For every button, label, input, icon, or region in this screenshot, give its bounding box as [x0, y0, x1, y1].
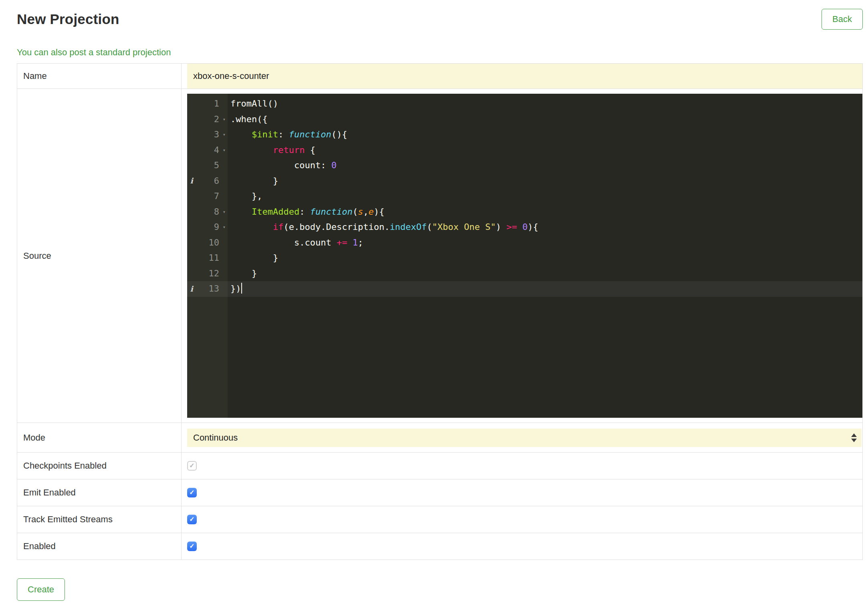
editor-line[interactable]: 9▾ if(e.body.Description.indexOf("Xbox O… — [187, 219, 862, 235]
toggle-row: Checkpoints Enabled✓ — [17, 453, 863, 479]
mode-select[interactable]: Continuous — [187, 429, 862, 447]
gutter-cell: i6 — [187, 173, 228, 189]
check-icon: ✓ — [189, 516, 194, 523]
code-line: fromAll() — [228, 96, 862, 112]
editor-lines: 1fromAll()2▾.when({3▾ $init: function(){… — [187, 94, 862, 297]
checkbox-track-emitted-streams[interactable]: ✓ — [187, 515, 197, 524]
gutter-cell: i13 — [187, 281, 228, 297]
projection-form-table: Name Source 1fromAll()2▾.when({3▾ $init:… — [17, 63, 863, 560]
mode-select-value: Continuous — [193, 433, 238, 443]
toggle-value-cell: ✓ — [182, 453, 863, 479]
code-line: }, — [228, 189, 862, 204]
checkbox-enabled[interactable]: ✓ — [187, 542, 197, 551]
gutter-cell: 3▾ — [187, 127, 228, 143]
toggle-row: Emit Enabled✓ — [17, 479, 863, 506]
fold-arrow-icon[interactable]: ▾ — [219, 204, 226, 220]
code-line: s.count += 1; — [228, 235, 862, 251]
code-line: ItemAdded: function(s,e){ — [228, 204, 862, 220]
name-value-cell — [182, 64, 863, 89]
editor-line[interactable]: i13}) — [187, 281, 862, 297]
toggle-label: Checkpoints Enabled — [17, 453, 182, 479]
source-code-editor[interactable]: 1fromAll()2▾.when({3▾ $init: function(){… — [187, 94, 862, 418]
line-number: 12 — [196, 266, 219, 282]
editor-line[interactable]: 7 }, — [187, 189, 862, 204]
annotation-info-icon: i — [187, 177, 196, 185]
editor-line[interactable]: i6 } — [187, 173, 862, 189]
toggle-value-cell: ✓ — [182, 533, 863, 560]
editor-line[interactable]: 10 s.count += 1; — [187, 235, 862, 251]
gutter-cell: 1 — [187, 96, 228, 112]
line-number: 10 — [196, 235, 219, 251]
line-number: 7 — [196, 189, 219, 204]
toggle-rows: Checkpoints Enabled✓Emit Enabled✓Track E… — [17, 453, 863, 560]
code-line: } — [228, 266, 862, 282]
code-line: } — [228, 250, 862, 266]
toggle-value-cell: ✓ — [182, 506, 863, 533]
checkbox-emit-enabled[interactable]: ✓ — [187, 488, 197, 497]
new-projection-page: New Projection Back You can also post a … — [0, 0, 868, 601]
editor-line[interactable]: 5 count: 0 — [187, 158, 862, 173]
fold-arrow-icon[interactable]: ▾ — [219, 112, 226, 127]
page-header: New Projection Back — [17, 9, 863, 30]
editor-line[interactable]: 4▾ return { — [187, 143, 862, 158]
gutter-cell: 4▾ — [187, 143, 228, 158]
gutter-cell: 11 — [187, 250, 228, 266]
line-number: 1 — [196, 96, 219, 112]
text-cursor — [241, 283, 242, 294]
toggle-label: Emit Enabled — [17, 479, 182, 506]
line-number: 3 — [196, 127, 219, 143]
code-line: } — [228, 173, 862, 189]
select-arrows-icon — [851, 433, 857, 442]
editor-line[interactable]: 11 } — [187, 250, 862, 266]
check-icon: ✓ — [189, 463, 194, 469]
create-button[interactable]: Create — [17, 578, 65, 601]
toggle-label: Track Emitted Streams — [17, 506, 182, 533]
gutter-cell: 5 — [187, 158, 228, 173]
mode-row: Mode Continuous — [17, 423, 863, 453]
page-title: New Projection — [17, 11, 119, 27]
line-number: 2 — [196, 112, 219, 127]
line-number: 9 — [196, 219, 219, 235]
gutter-cell: 12 — [187, 266, 228, 282]
editor-line[interactable]: 12 } — [187, 266, 862, 282]
name-label: Name — [17, 64, 182, 89]
gutter-cell: 9▾ — [187, 219, 228, 235]
mode-label: Mode — [17, 423, 182, 453]
gutter-cell: 10 — [187, 235, 228, 251]
source-row: Source 1fromAll()2▾.when({3▾ $init: func… — [17, 89, 863, 423]
toggle-label: Enabled — [17, 533, 182, 560]
toggle-value-cell: ✓ — [182, 479, 863, 506]
back-button[interactable]: Back — [822, 9, 863, 30]
gutter-cell: 8▾ — [187, 204, 228, 220]
line-number: 11 — [196, 250, 219, 266]
editor-line[interactable]: 8▾ ItemAdded: function(s,e){ — [187, 204, 862, 220]
line-number: 13 — [196, 281, 219, 297]
line-number: 6 — [196, 173, 219, 189]
standard-projection-link[interactable]: You can also post a standard projection — [17, 47, 171, 58]
check-icon: ✓ — [189, 543, 194, 550]
gutter-cell: 7 — [187, 189, 228, 204]
code-line: $init: function(){ — [228, 127, 862, 143]
editor-line[interactable]: 2▾.when({ — [187, 112, 862, 127]
code-line: .when({ — [228, 112, 862, 127]
editor-line[interactable]: 3▾ $init: function(){ — [187, 127, 862, 143]
editor-line[interactable]: 1fromAll() — [187, 96, 862, 112]
toggle-row: Enabled✓ — [17, 533, 863, 560]
line-number: 8 — [196, 204, 219, 220]
name-row: Name — [17, 64, 863, 89]
projection-name-input[interactable] — [187, 64, 862, 89]
annotation-info-icon: i — [187, 285, 196, 293]
source-label: Source — [17, 89, 182, 423]
toggle-row: Track Emitted Streams✓ — [17, 506, 863, 533]
code-line: return { — [228, 143, 862, 158]
source-value-cell: 1fromAll()2▾.when({3▾ $init: function(){… — [182, 89, 863, 423]
check-icon: ✓ — [189, 489, 194, 496]
fold-arrow-icon[interactable]: ▾ — [219, 219, 226, 235]
line-number: 4 — [196, 143, 219, 158]
fold-arrow-icon[interactable]: ▾ — [219, 127, 226, 143]
mode-value-cell: Continuous — [182, 423, 863, 453]
checkbox-checkpoints-enabled: ✓ — [187, 461, 197, 471]
code-line: if(e.body.Description.indexOf("Xbox One … — [228, 219, 862, 235]
fold-arrow-icon[interactable]: ▾ — [219, 143, 226, 158]
code-line: count: 0 — [228, 158, 862, 173]
